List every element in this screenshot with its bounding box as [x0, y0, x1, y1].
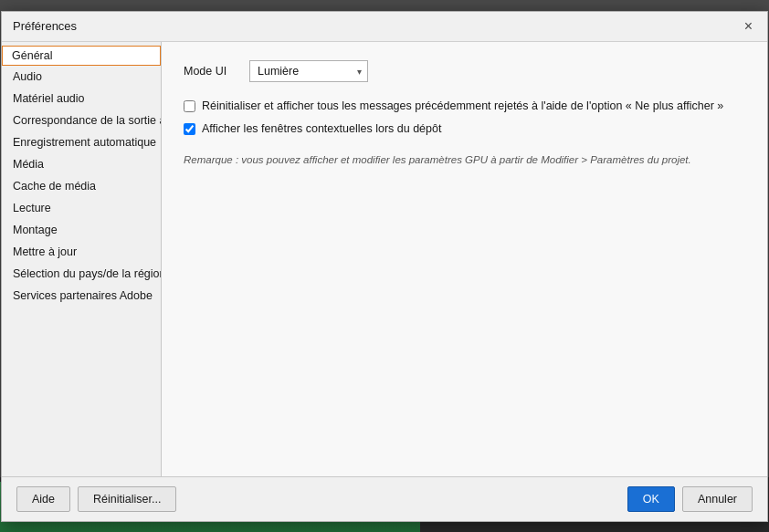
sidebar-item-audio[interactable]: Audio — [2, 66, 161, 88]
sidebar-item-services-adobe[interactable]: Services partenaires Adobe — [2, 285, 161, 307]
mode-ui-label: Mode UI — [184, 65, 238, 78]
sidebar-item-enregistrement-automatique[interactable]: Enregistrement automatique — [2, 131, 161, 153]
checkbox-row-1: Réinitialiser et afficher tous les messa… — [184, 99, 745, 115]
sidebar-item-general[interactable]: Général — [2, 46, 161, 66]
checkbox-reinitialiser-label: Réinitialiser et afficher tous les messa… — [202, 99, 723, 115]
mode-ui-row: Mode UI LumièreSombreAutomatique ▾ — [184, 60, 745, 82]
sidebar-item-media[interactable]: Média — [2, 153, 161, 175]
footer-right: OK Annuler — [627, 486, 753, 512]
checkbox-row-2: Afficher les fenêtres contextuelles lors… — [184, 121, 745, 138]
dialog-body: GénéralAudioMatériel audioCorrespondance… — [2, 42, 767, 476]
remark-text: Remarque : vous pouvez afficher et modif… — [184, 152, 745, 168]
dialog-titlebar: Préférences × — [2, 12, 767, 42]
checkbox-fenetres-label: Afficher les fenêtres contextuelles lors… — [202, 121, 441, 138]
dropdown-container: LumièreSombreAutomatique ▾ — [249, 60, 368, 82]
dialog-footer: Aide Réinitialiser... OK Annuler — [2, 476, 767, 521]
aide-button[interactable]: Aide — [16, 486, 70, 512]
checkbox-fenetres[interactable] — [184, 123, 195, 135]
annuler-button[interactable]: Annuler — [682, 486, 753, 512]
sidebar-item-materiel-audio[interactable]: Matériel audio — [2, 88, 161, 110]
footer-left: Aide Réinitialiser... — [16, 486, 176, 512]
sidebar-item-montage[interactable]: Montage — [2, 219, 161, 241]
ok-button[interactable]: OK — [627, 486, 675, 512]
sidebar-item-lecture[interactable]: Lecture — [2, 197, 161, 219]
sidebar-item-correspondance-sortie-audio[interactable]: Correspondance de la sortie audio — [2, 110, 161, 131]
preferences-dialog: Préférences × GénéralAudioMatériel audio… — [1, 11, 768, 522]
main-content: Mode UI LumièreSombreAutomatique ▾ Réini… — [162, 42, 767, 476]
sidebar: GénéralAudioMatériel audioCorrespondance… — [2, 42, 162, 476]
sidebar-item-mettre-a-jour[interactable]: Mettre à jour — [2, 241, 161, 263]
reinitialiser-button[interactable]: Réinitialiser... — [78, 486, 176, 512]
dialog-title: Préférences — [13, 19, 77, 33]
checkbox-reinitialiser[interactable] — [184, 100, 195, 112]
close-button[interactable]: × — [741, 19, 756, 34]
sidebar-item-cache-media[interactable]: Cache de média — [2, 175, 161, 197]
mode-ui-select[interactable]: LumièreSombreAutomatique — [249, 60, 368, 82]
sidebar-item-selection-pays[interactable]: Sélection du pays/de la région — [2, 263, 161, 285]
